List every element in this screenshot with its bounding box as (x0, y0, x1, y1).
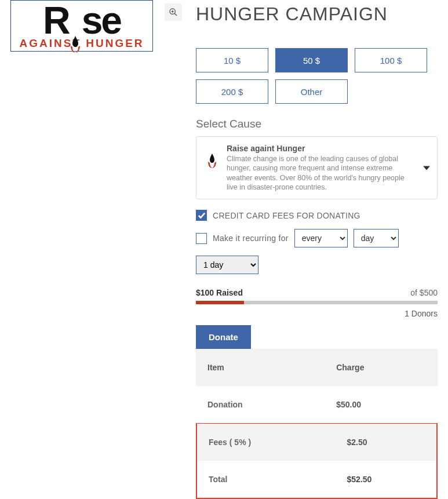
cc-fees-label: CREDIT CARD FEES FOR DONATING (213, 211, 360, 220)
recurring-period-select[interactable]: 1 day (196, 256, 258, 274)
chevron-down-icon (423, 166, 430, 170)
amount-option-0[interactable]: 10 $ (196, 48, 268, 72)
logo: R se AGAINST HUNGER (10, 0, 153, 52)
cause-title: Raise againt Hunger (227, 144, 415, 153)
col-charge: Charge (325, 349, 438, 386)
amount-options: 10 $50 $100 $200 $Other (196, 48, 438, 104)
row-donation-label: Donation (196, 386, 325, 423)
row-total-label: Total (197, 461, 335, 498)
logo-flame-icon (68, 23, 83, 38)
logo-text-suffix: se (82, 3, 121, 38)
progress-bar (196, 301, 438, 304)
summary-table: Item Charge Donation $50.00 (196, 349, 438, 423)
row-fees-label: Fees ( 5% ) (197, 424, 335, 461)
cc-fees-checkbox[interactable] (196, 210, 207, 221)
progress-fill (196, 301, 244, 304)
svg-line-1 (174, 13, 177, 16)
donate-tab[interactable]: Donate (196, 325, 251, 349)
zoom-button[interactable] (165, 3, 182, 21)
amount-option-4[interactable]: Other (275, 79, 348, 104)
page-title: HUNGER CAMPAIGN (196, 3, 438, 25)
logo-text-prefix: R (43, 3, 69, 38)
cause-description: Climate change is one of the leading cau… (227, 154, 415, 192)
amount-option-3[interactable]: 200 $ (196, 79, 268, 104)
recurring-frequency-select[interactable]: every (294, 229, 348, 247)
recurring-unit-select[interactable]: day (354, 229, 399, 247)
row-fees-amount: $2.50 (335, 424, 436, 461)
check-icon (198, 212, 206, 220)
cause-dropdown[interactable]: Raise againt Hunger Climate change is on… (196, 136, 438, 199)
amount-option-1[interactable]: 50 $ (275, 48, 348, 72)
fees-highlight-box: Fees ( 5% ) $2.50 Total $52.50 (196, 424, 438, 499)
select-cause-label: Select Cause (196, 118, 438, 130)
row-total-amount: $52.50 (335, 461, 436, 498)
zoom-icon (169, 8, 178, 17)
goal-amount: of $500 (410, 288, 438, 297)
row-donation-amount: $50.00 (325, 386, 438, 423)
recurring-checkbox[interactable] (196, 233, 207, 244)
raised-amount: $100 Raised (196, 288, 243, 297)
col-item: Item (196, 349, 325, 386)
amount-option-2[interactable]: 100 $ (355, 48, 427, 72)
recurring-label: Make it recurring for (213, 234, 289, 243)
cause-icon (206, 153, 218, 169)
donors-count: 1 Donors (196, 309, 438, 318)
